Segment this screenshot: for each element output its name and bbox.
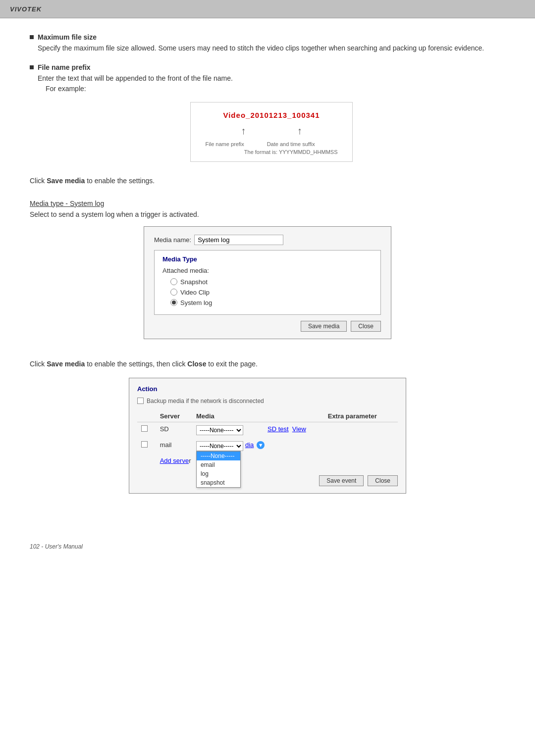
save-event-button[interactable]: Save event (319, 475, 364, 486)
backup-checkbox-row: Backup media if the network is disconnec… (137, 398, 398, 404)
arrow-up-left: ↑ (241, 123, 246, 138)
radio-label-snapshot: Snapshot (180, 278, 208, 286)
action-box: Action Backup media if the network is di… (129, 378, 406, 494)
backup-checkbox[interactable] (137, 398, 144, 404)
filename-label-right: Date and time suffixThe format is: YYYYM… (244, 141, 338, 155)
save-media-bold2: Save media (47, 360, 85, 368)
td-server-mail: mail (156, 438, 192, 454)
bullet1-title: Maximum file size (38, 33, 97, 41)
page-footer: 102 - User's Manual (0, 538, 535, 555)
td-media-mail: -----None----- -----None----- email log … (192, 438, 324, 454)
brand-logo: VIVOTEK (10, 5, 42, 13)
action-footer: Save event Close (137, 475, 398, 486)
sd-test-link[interactable]: SD test (268, 425, 289, 433)
checkbox-mail[interactable] (141, 441, 148, 448)
close-bold: Close (187, 360, 206, 368)
radio-label-systemlog: System log (180, 299, 212, 306)
section2-desc: Select to send a system log when a trigg… (30, 210, 505, 218)
media-name-row: Media name: (154, 235, 381, 245)
save-media-button[interactable]: Save media (301, 321, 347, 332)
action-table: Server Media Extra parameter SD (137, 410, 398, 467)
backup-label: Backup media if the network is disconnec… (147, 398, 264, 404)
bullet1-desc: Specify the maximum file size allowed. S… (38, 43, 505, 53)
dialog-footer: Save media Close (154, 321, 381, 332)
bullet-item-max-file-size: Maximum file size Specify the maximum fi… (30, 33, 505, 53)
filename-example-text: Video_20101213_100341 (201, 110, 343, 121)
td-check-mail (137, 438, 156, 454)
media-name-label: Media name: (154, 236, 191, 244)
radio-circle-videoclip (170, 289, 177, 296)
radio-dot-systemlog (172, 301, 176, 304)
media-dropdown-mail-wrapper: -----None----- -----None----- email log … (196, 441, 243, 451)
for-example-label: For example: (46, 84, 505, 94)
td-media-sd: -----None----- (192, 422, 264, 438)
radio-label-videoclip: Video Clip (180, 289, 210, 296)
dropdown-open-mail: -----None----- email log snapshot (196, 451, 241, 488)
bullet-item-file-name-prefix: File name prefix Enter the text that wil… (30, 63, 505, 167)
media-select-sd[interactable]: -----None----- (196, 425, 243, 435)
th-extra: Extra parameter (324, 410, 398, 422)
td-links-sd: SD test View (264, 422, 324, 438)
td-check-sd (137, 422, 156, 438)
bullet-icon (30, 35, 34, 39)
radio-snapshot[interactable]: Snapshot (170, 278, 373, 286)
main-content: Maximum file size Specify the maximum fi… (0, 18, 535, 508)
filename-example-box: Video_20101213_100341 ↑ ↑ File name pref… (190, 102, 353, 162)
table-row: mail -----None----- -----None----- (137, 438, 398, 454)
arrow-up-right: ↑ (297, 123, 302, 138)
table-row: SD -----None----- SD test View (137, 422, 398, 438)
th-check (137, 410, 156, 422)
media-name-input[interactable] (194, 235, 283, 245)
footer-text: 102 - User's Manual (30, 543, 83, 550)
table-row-add-server: Add server (137, 454, 398, 467)
radio-systemlog[interactable]: System log (170, 299, 373, 306)
radio-circle-systemlog (170, 299, 177, 306)
dropdown-item-log[interactable]: log (197, 469, 240, 478)
filename-label-left: File name prefix (206, 141, 244, 147)
dropdown-item-snapshot[interactable]: snapshot (197, 478, 240, 487)
info-icon: ▼ (257, 441, 265, 449)
td-check-add (137, 454, 156, 467)
td-extra-sd (324, 422, 398, 438)
save-media-bold1: Save media (47, 177, 85, 185)
section2-heading: Media type - System log (30, 200, 505, 207)
radio-circle-snapshot (170, 278, 177, 285)
add-server-link[interactable]: Add serve (160, 457, 189, 464)
media-dialog-box: Media name: Media Type Attached media: S… (144, 226, 391, 339)
td-add-server: Add server (156, 454, 398, 467)
media-select-mail[interactable]: -----None----- (196, 441, 243, 451)
action-title: Action (137, 385, 398, 393)
save-media-line1: Click Save media to enable the settings. (30, 177, 505, 185)
media-dia-link[interactable]: dia (245, 441, 254, 449)
bullet-icon-2 (30, 65, 34, 69)
table-header-row: Server Media Extra parameter (137, 410, 398, 422)
close-dialog-button[interactable]: Close (351, 321, 381, 332)
radio-videoclip[interactable]: Video Clip (170, 289, 373, 296)
bullet2-desc: Enter the text that will be appended to … (38, 73, 505, 84)
checkbox-sd[interactable] (141, 425, 148, 432)
th-media: Media (192, 410, 324, 422)
page-header: VIVOTEK (0, 0, 535, 18)
save-media-line2: Click Save media to enable the settings,… (30, 360, 505, 368)
td-server-sd: SD (156, 422, 192, 438)
media-type-title: Media Type (162, 255, 373, 263)
dropdown-item-email[interactable]: email (197, 460, 240, 469)
close-action-button[interactable]: Close (368, 475, 398, 486)
td-extra-mail (324, 438, 398, 454)
attached-media-label: Attached media: (162, 267, 373, 274)
section2: Media type - System log Select to send a… (30, 200, 505, 354)
th-server: Server (156, 410, 192, 422)
view-link[interactable]: View (292, 425, 306, 433)
bullet2-title: File name prefix (38, 63, 91, 71)
dropdown-item-none[interactable]: -----None----- (197, 452, 240, 460)
media-type-box: Media Type Attached media: Snapshot Vide… (154, 250, 381, 315)
